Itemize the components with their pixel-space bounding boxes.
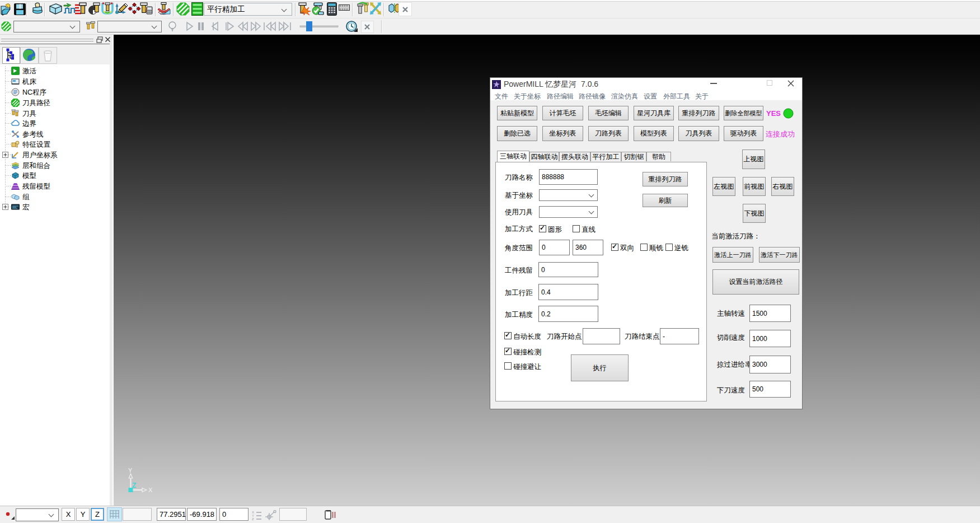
svg-text:Z: Z: [252, 517, 254, 520]
svg-text:Y: Y: [128, 467, 133, 474]
svg-text:Z: Z: [132, 482, 136, 489]
svg-text:X: X: [148, 487, 153, 493]
